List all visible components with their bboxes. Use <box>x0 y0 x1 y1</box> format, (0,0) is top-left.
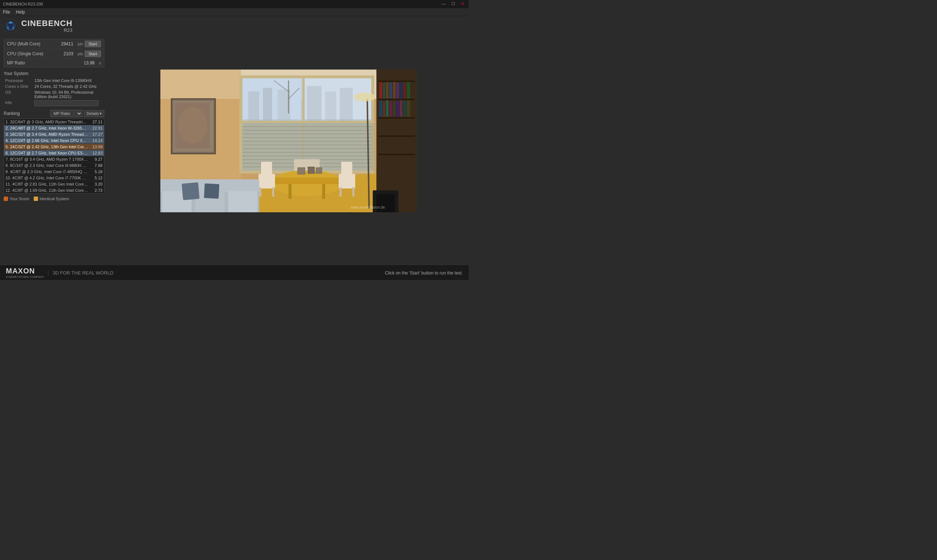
rank-item-6[interactable]: 6. 12C/24T @ 2.7 GHz, Intel Xeon CPU E5-… <box>4 150 104 156</box>
rank-label-10: 10. 4C/8T @ 4.2 GHz, Intel Core i7-7700K… <box>6 176 88 180</box>
rank-score-7: 9.27 <box>90 157 103 162</box>
svg-rect-78 <box>316 168 322 174</box>
window-title: CINEBENCH R23.200 <box>3 2 43 6</box>
multi-core-start-button[interactable]: Start <box>85 41 101 47</box>
rank-item-2[interactable]: 2. 24C/48T @ 2.7 GHz, Intel Xeon W-3265M… <box>4 125 104 131</box>
menu-file[interactable]: File <box>3 9 10 15</box>
os-label: OS <box>4 89 33 100</box>
menu-bar: File Help <box>0 8 468 16</box>
svg-rect-16 <box>378 154 415 155</box>
ranking-dropdown[interactable]: MP Ratio Multi Core Single Core <box>50 110 82 117</box>
ranking-list-wrapper[interactable]: 1. 32C/64T @ 3 GHz, AMD Ryzen Threadripp… <box>4 119 104 193</box>
svg-rect-37 <box>241 121 373 123</box>
rank-score-10: 5.12 <box>90 176 103 180</box>
app-version: R23 <box>21 28 72 33</box>
maxon-logo: MAXON A NEMETSCHEK COMPANY 3D FOR THE RE… <box>6 267 114 279</box>
ranking-list: 1. 32C/64T @ 3 GHz, AMD Ryzen Threadripp… <box>4 118 104 194</box>
rank-item-10[interactable]: 10. 4C/8T @ 4.2 GHz, Intel Core i7-7700K… <box>4 175 104 181</box>
svg-rect-77 <box>308 167 314 174</box>
cores-value: 24 Cores, 32 Threads @ 2.42 GHz <box>33 83 104 89</box>
single-core-unit: pts <box>78 52 83 56</box>
svg-rect-25 <box>407 82 410 98</box>
svg-rect-41 <box>248 91 259 121</box>
os-row: OS Windows 10, 64 Bit, Professional Edit… <box>4 89 104 100</box>
info-input[interactable] <box>34 100 99 106</box>
rank-item-8[interactable]: 8. 8C/16T @ 2.3 GHz, Intel Core i9-9880H… <box>4 163 104 169</box>
render-svg: www.renderBaron.de <box>160 69 417 212</box>
details-label: Details <box>86 111 99 115</box>
svg-rect-65 <box>288 184 291 199</box>
close-button[interactable]: ✕ <box>459 2 466 6</box>
rank-item-12[interactable]: 12. 4C/8T @ 1.69 GHz, 11th Gen Intel Cor… <box>4 188 104 193</box>
svg-rect-19 <box>386 82 388 98</box>
your-score-dot <box>4 197 8 201</box>
rank-label-3: 3. 16C/32T @ 3.4 GHz, AMD Ryzen Threadri… <box>6 132 88 137</box>
svg-rect-13 <box>378 99 415 100</box>
rank-score-9: 5.18 <box>90 169 103 174</box>
multi-core-unit: pts <box>78 42 83 46</box>
legend-identical-system: Identical System <box>34 197 69 201</box>
svg-point-5 <box>12 26 14 30</box>
single-core-label: CPU (Single Core) <box>7 51 43 56</box>
rank-item-4[interactable]: 4. 12C/24T @ 2.66 GHz, Intel Xeon CPU X5… <box>4 138 104 144</box>
ranking-title: Ranking <box>4 111 20 116</box>
app-name: CINEBENCH <box>21 19 72 28</box>
svg-point-91 <box>178 107 207 143</box>
rank-label-1: 1. 32C/64T @ 3 GHz, AMD Ryzen Threadripp… <box>6 120 88 124</box>
bottom-bar: MAXON A NEMETSCHEK COMPANY 3D FOR THE RE… <box>0 265 468 280</box>
svg-rect-15 <box>378 135 415 137</box>
svg-rect-67 <box>259 174 275 189</box>
svg-rect-45 <box>325 91 336 121</box>
legend: Your Score Identical System <box>4 197 104 201</box>
render-preview: www.renderBaron.de <box>160 69 417 212</box>
rank-label-11: 11. 4C/8T @ 2.81 GHz, 11th Gen Intel Cor… <box>6 182 88 186</box>
your-score-label: Your Score <box>9 197 29 201</box>
svg-rect-17 <box>379 82 382 98</box>
svg-rect-24 <box>403 82 406 98</box>
rank-item-11[interactable]: 11. 4C/8T @ 2.81 GHz, 11th Gen Intel Cor… <box>4 181 104 188</box>
minimize-button[interactable]: — <box>440 2 447 6</box>
rank-item-9[interactable]: 9. 4C/8T @ 2.3 GHz, Intel Core i7-4850HQ… <box>4 169 104 175</box>
details-button[interactable]: Details ▾ <box>84 110 104 117</box>
svg-rect-28 <box>386 100 388 117</box>
multi-core-score: 29411 <box>61 42 73 46</box>
svg-rect-12 <box>378 80 415 82</box>
rank-label-5: 5. 24C/32T @ 2.42 GHz, 13th Gen Intel Co… <box>6 145 88 149</box>
rank-score-3: 17.27 <box>90 132 103 137</box>
maxon-name: MAXON <box>6 267 44 275</box>
single-core-score: 2103 <box>63 51 73 56</box>
mp-ratio-score: 13.98 <box>83 60 94 66</box>
single-core-row: CPU (Single Core) 2103 pts Start <box>4 49 104 59</box>
rank-score-11: 3.20 <box>90 182 103 186</box>
rank-score-6: 12.83 <box>90 151 103 155</box>
svg-rect-74 <box>352 188 354 197</box>
rank-item-5[interactable]: 5. 24C/32T @ 2.42 GHz, 13th Gen Intel Co… <box>4 144 104 150</box>
rank-label-12: 12. 4C/8T @ 1.69 GHz, 11th Gen Intel Cor… <box>6 188 88 192</box>
multi-core-row: CPU (Multi Core) 29411 pts Start <box>4 39 104 49</box>
svg-rect-72 <box>341 162 352 176</box>
menu-help[interactable]: Help <box>16 9 25 15</box>
rank-item-3[interactable]: 3. 16C/32T @ 3.4 GHz, AMD Ryzen Threadri… <box>4 131 104 138</box>
multi-core-label: CPU (Multi Core) <box>7 42 40 46</box>
rank-label-9: 9. 4C/8T @ 2.3 GHz, Intel Core i7-4850HQ… <box>6 169 88 174</box>
svg-rect-83 <box>228 191 257 212</box>
cores-label: Cores x GHz <box>4 83 33 89</box>
svg-rect-84 <box>182 182 200 200</box>
rank-score-12: 2.73 <box>90 188 103 192</box>
svg-text:www.renderBaron.de: www.renderBaron.de <box>350 205 385 209</box>
rank-score-4: 14.14 <box>90 138 103 143</box>
svg-rect-87 <box>376 194 395 212</box>
svg-rect-20 <box>389 82 393 98</box>
ranking-controls: MP Ratio Multi Core Single Core Details … <box>50 110 104 117</box>
svg-rect-46 <box>340 88 353 121</box>
rank-item-7[interactable]: 7. 8C/16T @ 3.4 GHz, AMD Ryzen 7 1700X E… <box>4 156 104 163</box>
right-panel: www.renderBaron.de <box>108 16 468 265</box>
processor-value: 13th Gen Intel Core i9-13980HX <box>33 78 104 83</box>
svg-rect-44 <box>307 86 322 121</box>
system-info-table: Processor 13th Gen Intel Core i9-13980HX… <box>4 78 104 107</box>
maximize-button[interactable]: ☐ <box>450 2 456 6</box>
svg-rect-64 <box>270 177 344 184</box>
svg-rect-70 <box>272 188 274 197</box>
rank-item-1[interactable]: 1. 32C/64T @ 3 GHz, AMD Ryzen Threadripp… <box>4 119 104 125</box>
single-core-start-button[interactable]: Start <box>85 51 101 57</box>
